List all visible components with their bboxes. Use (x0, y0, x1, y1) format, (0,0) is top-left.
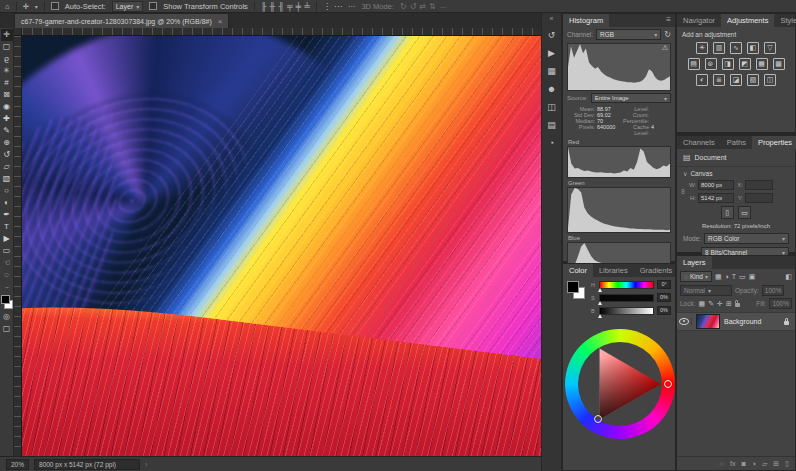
frame-tool[interactable]: ⊠ (1, 89, 13, 101)
distribute-vertical-icon[interactable]: ⋮ (323, 2, 331, 11)
more-options-icon[interactable]: ··· (348, 2, 356, 11)
screen-mode-tool[interactable]: ▢ (1, 323, 13, 335)
x-field[interactable] (745, 180, 773, 190)
move-tool-icon[interactable]: ✛ (23, 2, 29, 11)
timeline-panel-icon[interactable]: ◔ (544, 136, 559, 151)
home-icon[interactable]: ⌂ (5, 2, 10, 11)
brightness-slider-knob[interactable] (598, 314, 602, 318)
character-panel-icon[interactable]: ▤ (544, 118, 559, 133)
mode-dropdown[interactable]: RGB Color ▾ (704, 233, 789, 244)
link-layers-icon[interactable]: ∞ (719, 460, 724, 467)
blend-mode-dropdown[interactable]: Normal ▾ (680, 285, 732, 296)
gradient-map-icon[interactable]: ▧ (747, 74, 759, 86)
auto-select-dropdown[interactable]: Layer ▾ (112, 1, 144, 12)
tab-libraries[interactable]: Libraries (593, 264, 634, 277)
3d-roll-icon[interactable]: ↺ (410, 2, 417, 11)
brightness-slider-track[interactable] (599, 307, 654, 315)
saturation-slider-track[interactable] (599, 294, 654, 302)
tab-adjustments[interactable]: Adjustments (721, 14, 774, 27)
status-chevron-icon[interactable]: › (145, 461, 147, 468)
link-dimensions-icon[interactable]: ∞ (680, 189, 687, 194)
exposure-icon[interactable]: ◧ (747, 42, 759, 54)
3d-orbit-icon[interactable]: ↻ (400, 2, 407, 11)
eraser-tool[interactable]: ▱ (1, 161, 13, 173)
vibrance-icon[interactable]: ▽ (764, 42, 776, 54)
layer-filter-kind-dropdown[interactable]: ◌ Kind ▾ (680, 271, 712, 282)
width-field[interactable]: 8000 px (698, 180, 734, 190)
history-brush-tool[interactable]: ↺ (1, 149, 13, 161)
delete-layer-icon[interactable]: ▯ (785, 460, 789, 468)
libraries-panel-icon[interactable]: ◫ (544, 100, 559, 115)
3d-zoom-icon[interactable]: ↔ (439, 2, 447, 11)
healing-brush-tool[interactable]: ✚ (1, 113, 13, 125)
foreground-color-swatch[interactable] (567, 281, 579, 293)
color-wheel[interactable] (565, 329, 675, 439)
layer-visibility-cell[interactable] (677, 318, 692, 325)
color-balance-icon[interactable]: ⊜ (705, 58, 717, 70)
new-layer-icon[interactable]: ⊞ (773, 460, 779, 468)
tab-channels[interactable]: Channels (677, 136, 721, 149)
document-tab[interactable]: c67-79-gamer-and-creator-1280307384.jpg … (14, 13, 229, 28)
dodge-tool[interactable]: ◐ (1, 197, 13, 209)
canvas-image[interactable] (22, 36, 541, 456)
uncached-refresh-icon[interactable]: ↻ (664, 30, 671, 39)
toolbar-more[interactable]: ··· (1, 281, 13, 293)
panel-menu-icon[interactable]: ≡ (666, 14, 675, 27)
cached-data-warning-icon[interactable]: ⚠ (662, 44, 668, 52)
new-group-icon[interactable]: ▱ (762, 460, 767, 468)
hand-tool[interactable]: ☜ (1, 257, 13, 269)
eyedropper-tool[interactable]: ◉ (1, 101, 13, 113)
lock-all-icon[interactable] (735, 303, 740, 307)
levels-icon[interactable]: ▥ (713, 42, 725, 54)
align-center-v-icon[interactable]: ╪ (296, 2, 302, 11)
landscape-icon[interactable]: ▭ (738, 206, 751, 219)
filter-toggle-icon[interactable]: ◧ (785, 273, 792, 281)
invert-icon[interactable]: ◐ (696, 74, 708, 86)
close-icon[interactable]: × (218, 17, 223, 26)
saturation-slider-value[interactable]: 0% (657, 293, 671, 302)
align-bottom-icon[interactable]: ╧ (304, 2, 310, 11)
quick-mask-tool[interactable]: ◎ (1, 311, 13, 323)
show-transform-checkbox[interactable] (149, 2, 157, 10)
tab-color[interactable]: Color (563, 264, 593, 277)
shape-tool[interactable]: ▭ (1, 245, 13, 257)
brush-tool[interactable]: ✎ (1, 125, 13, 137)
path-selection-tool[interactable]: ▶ (1, 233, 13, 245)
source-dropdown[interactable]: Entire Image ▾ (591, 93, 671, 103)
clone-stamp-tool[interactable]: ⊕ (1, 137, 13, 149)
lasso-tool[interactable]: ϱ (1, 53, 13, 65)
tab-paths[interactable]: Paths (721, 136, 752, 149)
filter-shape-icon[interactable]: ▭ (739, 273, 746, 281)
lock-position-icon[interactable]: ✛ (717, 300, 723, 308)
channel-dropdown[interactable]: RGB ▾ (596, 29, 661, 40)
fill-field[interactable]: 100% (769, 298, 792, 309)
tab-layers[interactable]: Layers (677, 256, 712, 269)
posterize-icon[interactable]: ≣ (713, 74, 725, 86)
zoom-tool[interactable]: ◌ (1, 269, 13, 281)
portrait-icon[interactable]: ▯ (721, 206, 734, 219)
layer-row-background[interactable]: Background (677, 312, 795, 331)
curves-icon[interactable]: ∿ (730, 42, 742, 54)
pen-tool[interactable]: ✒ (1, 209, 13, 221)
actions-panel-icon[interactable]: ▶ (544, 46, 559, 61)
foreground-background-swatches[interactable] (1, 295, 13, 309)
color-marker[interactable] (594, 415, 602, 423)
align-center-h-icon[interactable]: ╫ (270, 2, 276, 11)
auto-select-checkbox[interactable] (51, 2, 59, 10)
marquee-tool[interactable]: ▢ (1, 41, 13, 53)
3d-pan-icon[interactable]: ⇄ (419, 2, 426, 11)
filter-type-icon[interactable]: T (732, 273, 736, 281)
filter-adjustment-icon[interactable]: ◑ (725, 273, 729, 281)
align-right-icon[interactable]: ╢ (278, 2, 284, 11)
ruler-horizontal[interactable] (22, 28, 541, 36)
ruler-vertical[interactable] (14, 36, 22, 456)
blur-tool[interactable]: ○ (1, 185, 13, 197)
distribute-horizontal-icon[interactable]: ⋯ (334, 2, 342, 11)
photo-filter-icon[interactable]: ◩ (739, 58, 751, 70)
hue-slider-knob[interactable] (598, 288, 602, 292)
align-top-icon[interactable]: ╤ (287, 2, 293, 11)
tab-styles[interactable]: Styles (774, 14, 796, 27)
foreground-color-swatch[interactable] (1, 295, 10, 304)
color-lookup-icon[interactable]: ▩ (773, 58, 785, 70)
saturation-slider-knob[interactable] (598, 301, 602, 305)
